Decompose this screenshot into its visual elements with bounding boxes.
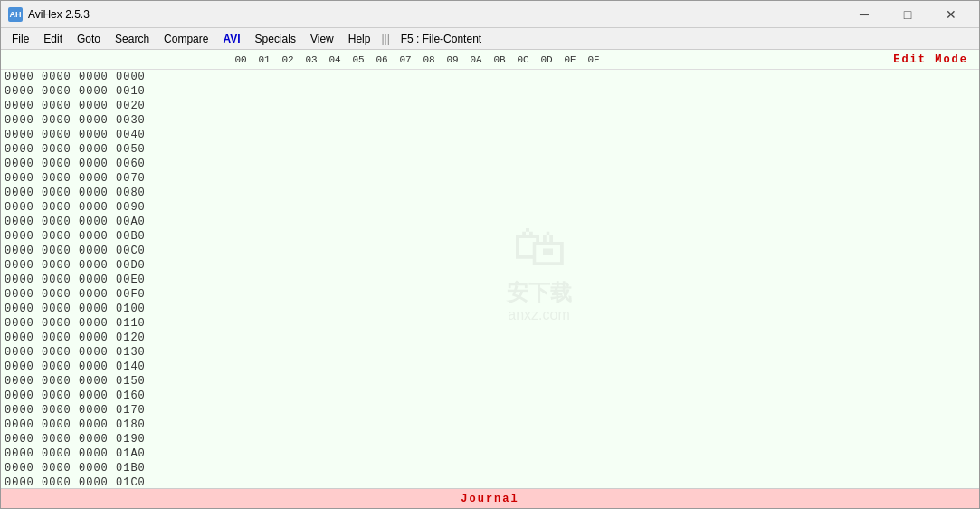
row-offset: 0000 0000 0000 0030 [5, 114, 225, 127]
col-header-08: 08 [417, 54, 441, 65]
col-header-04: 04 [323, 54, 347, 65]
table-row[interactable]: 0000 0000 0000 0160 [1, 389, 979, 403]
table-row[interactable]: 0000 0000 0000 0130 [1, 345, 979, 360]
row-offset: 0000 0000 0000 01B0 [5, 462, 225, 475]
hex-header: 000102030405060708090A0B0C0D0E0F Edit Mo… [1, 50, 979, 70]
row-offset: 0000 0000 0000 0090 [5, 201, 225, 214]
col-header-0E: 0E [558, 54, 582, 65]
window-controls: ─ □ ✕ [843, 1, 972, 28]
row-offset: 0000 0000 0000 00C0 [5, 245, 225, 257]
menu-file[interactable]: File [5, 29, 36, 49]
table-row[interactable]: 0000 0000 0000 0050 [1, 142, 979, 157]
table-row[interactable]: 0000 0000 0000 00C0 [1, 244, 979, 258]
table-row[interactable]: 0000 0000 0000 0100 [1, 302, 979, 316]
table-row[interactable]: 0000 0000 0000 0030 [1, 113, 979, 128]
menu-view[interactable]: View [303, 29, 341, 49]
toolbar-separator: ||| [377, 33, 393, 45]
minimize-button[interactable]: ─ [843, 1, 885, 28]
table-row[interactable]: 0000 0000 0000 00A0 [1, 215, 979, 229]
col-header-02: 02 [276, 54, 300, 65]
col-header-07: 07 [394, 54, 417, 65]
row-offset: 0000 0000 0000 0150 [5, 375, 225, 388]
col-header-0A: 0A [464, 54, 488, 65]
app-window: AH AviHex 2.5.3 ─ □ ✕ File Edit Goto Sea… [0, 0, 980, 509]
row-offset: 0000 0000 0000 0160 [5, 389, 225, 402]
restore-button[interactable]: □ [887, 1, 928, 28]
menu-bar: File Edit Goto Search Compare AVI Specia… [1, 28, 979, 50]
table-row[interactable]: 0000 0000 0000 0080 [1, 186, 979, 200]
row-offset: 0000 0000 0000 0190 [5, 433, 225, 446]
row-offset: 0000 0000 0000 0060 [5, 158, 225, 170]
row-offset: 0000 0000 0000 0100 [5, 303, 225, 315]
table-row[interactable]: 0000 0000 0000 00D0 [1, 258, 979, 273]
table-row[interactable]: 0000 0000 0000 0190 [1, 432, 979, 447]
row-offset: 0000 0000 0000 0050 [5, 143, 225, 156]
table-row[interactable]: 0000 0000 0000 0040 [1, 128, 979, 142]
table-row[interactable]: 0000 0000 0000 0070 [1, 171, 979, 186]
table-row[interactable]: 0000 0000 0000 01A0 [1, 447, 979, 461]
row-offset: 0000 0000 0000 0120 [5, 331, 225, 344]
menu-search[interactable]: Search [108, 29, 157, 49]
table-row[interactable]: 0000 0000 0000 00E0 [1, 273, 979, 287]
row-offset: 0000 0000 0000 0080 [5, 187, 225, 199]
menu-edit[interactable]: Edit [36, 29, 70, 49]
table-row[interactable]: 0000 0000 0000 0110 [1, 316, 979, 331]
menu-goto[interactable]: Goto [70, 29, 108, 49]
table-row[interactable]: 0000 0000 0000 0120 [1, 331, 979, 345]
f5-label: F5 : File-Content [401, 33, 481, 45]
table-row[interactable]: 0000 0000 0000 01B0 [1, 461, 979, 475]
table-row[interactable]: 0000 0000 0000 01C0 [1, 475, 979, 488]
row-offset: 0000 0000 0000 0140 [5, 360, 225, 373]
row-offset: 0000 0000 0000 00B0 [5, 230, 225, 243]
table-row[interactable]: 0000 0000 0000 0000 [1, 70, 979, 84]
table-row[interactable]: 0000 0000 0000 0140 [1, 360, 979, 374]
row-offset: 0000 0000 0000 00D0 [5, 259, 225, 272]
table-row[interactable]: 0000 0000 0000 0060 [1, 157, 979, 171]
row-offset: 0000 0000 0000 0010 [5, 85, 225, 98]
table-row[interactable]: 0000 0000 0000 0020 [1, 99, 979, 113]
col-header-0C: 0C [511, 54, 535, 65]
edit-mode-label: Edit Mode [893, 53, 975, 66]
col-header-05: 05 [347, 54, 370, 65]
row-offset: 0000 0000 0000 00E0 [5, 274, 225, 286]
row-offset: 0000 0000 0000 01C0 [5, 476, 225, 488]
close-button[interactable]: ✕ [930, 1, 972, 28]
status-bar: Journal [1, 488, 979, 508]
table-row[interactable]: 0000 0000 0000 0010 [1, 84, 979, 99]
row-offset: 0000 0000 0000 0170 [5, 404, 225, 417]
hex-body[interactable]: 0000 0000 0000 00000000 0000 0000 001000… [1, 70, 979, 488]
row-offset: 0000 0000 0000 0040 [5, 129, 225, 141]
table-row[interactable]: 0000 0000 0000 0090 [1, 200, 979, 215]
table-row[interactable]: 0000 0000 0000 0170 [1, 403, 979, 418]
menu-help[interactable]: Help [341, 29, 378, 49]
menu-specials[interactable]: Specials [248, 29, 303, 49]
row-offset: 0000 0000 0000 0110 [5, 317, 225, 330]
col-header-01: 01 [252, 54, 276, 65]
col-header-0F: 0F [582, 54, 605, 65]
menu-avi[interactable]: AVI [215, 29, 247, 49]
table-row[interactable]: 0000 0000 0000 0180 [1, 418, 979, 432]
table-row[interactable]: 0000 0000 0000 00B0 [1, 229, 979, 244]
title-text: AviHex 2.5.3 [28, 8, 843, 21]
table-row[interactable]: 0000 0000 0000 0150 [1, 374, 979, 389]
col-header-00: 00 [229, 54, 252, 65]
col-header-06: 06 [370, 54, 394, 65]
col-header-0B: 0B [488, 54, 511, 65]
row-offset: 0000 0000 0000 0180 [5, 418, 225, 431]
app-icon: AH [8, 7, 23, 22]
col-header-03: 03 [300, 54, 323, 65]
journal-label: Journal [461, 493, 519, 505]
row-offset: 0000 0000 0000 0070 [5, 172, 225, 185]
row-offset: 0000 0000 0000 00A0 [5, 216, 225, 228]
col-header-09: 09 [441, 54, 464, 65]
title-bar: AH AviHex 2.5.3 ─ □ ✕ [1, 1, 979, 28]
main-content: 🛍 安下载 anxz.com 000102030405060708090A0B0… [1, 50, 979, 488]
menu-compare[interactable]: Compare [157, 29, 215, 49]
table-row[interactable]: 0000 0000 0000 00F0 [1, 287, 979, 302]
row-offset: 0000 0000 0000 0020 [5, 100, 225, 112]
row-offset: 0000 0000 0000 01A0 [5, 447, 225, 460]
col-header-0D: 0D [535, 54, 558, 65]
row-offset: 0000 0000 0000 0000 [5, 71, 225, 83]
row-offset: 0000 0000 0000 00F0 [5, 288, 225, 301]
hex-header-bytes: 000102030405060708090A0B0C0D0E0F [229, 54, 893, 65]
